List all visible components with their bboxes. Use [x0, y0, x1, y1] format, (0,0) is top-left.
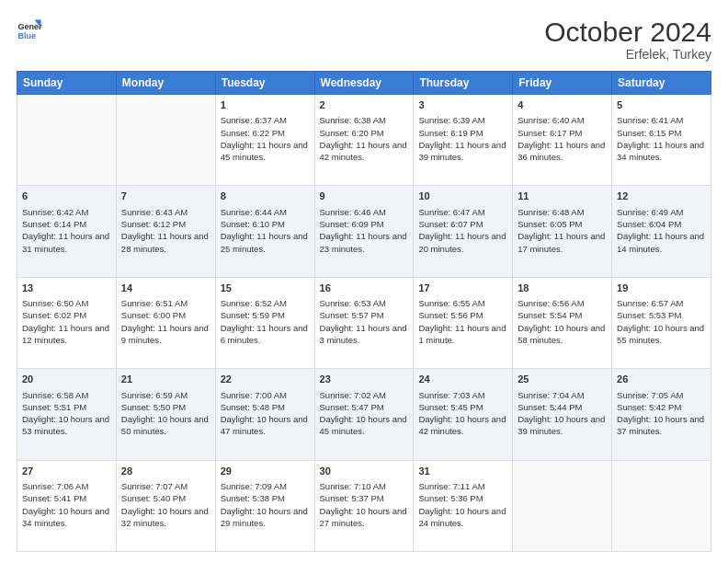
sunset-text: Sunset: 6:22 PM: [221, 128, 285, 138]
table-row: 10Sunrise: 6:47 AMSunset: 6:07 PMDayligh…: [414, 186, 513, 277]
sunset-text: Sunset: 5:40 PM: [121, 493, 186, 503]
logo-icon: General Blue: [17, 17, 42, 42]
sunrise-text: Sunrise: 6:58 AM: [22, 390, 88, 400]
daylight-text: Daylight: 10 hours and 34 minutes.: [22, 506, 109, 528]
sunset-text: Sunset: 5:47 PM: [320, 402, 384, 412]
daylight-text: Daylight: 11 hours and 1 minute.: [418, 323, 506, 345]
daylight-text: Daylight: 10 hours and 39 minutes.: [518, 414, 605, 436]
sunrise-text: Sunrise: 6:50 AM: [22, 298, 88, 308]
sunrise-text: Sunrise: 7:02 AM: [320, 390, 386, 400]
sunrise-text: Sunrise: 7:04 AM: [518, 390, 584, 400]
day-number: 29: [221, 465, 310, 478]
sunrise-text: Sunrise: 6:49 AM: [617, 207, 683, 217]
daylight-text: Daylight: 10 hours and 47 minutes.: [221, 414, 308, 436]
table-row: 16Sunrise: 6:53 AMSunset: 5:57 PMDayligh…: [314, 277, 414, 368]
table-row: 22Sunrise: 7:00 AMSunset: 5:48 PMDayligh…: [215, 369, 314, 460]
table-row: 12Sunrise: 6:49 AMSunset: 6:04 PMDayligh…: [612, 186, 711, 277]
sunrise-text: Sunrise: 7:09 AM: [221, 481, 287, 491]
sunset-text: Sunset: 5:45 PM: [418, 402, 483, 412]
table-row: 19Sunrise: 6:57 AMSunset: 5:53 PMDayligh…: [612, 277, 711, 368]
sunset-text: Sunset: 5:59 PM: [221, 310, 285, 320]
sunset-text: Sunset: 6:00 PM: [121, 310, 186, 320]
daylight-text: Daylight: 10 hours and 50 minutes.: [121, 414, 209, 436]
sunset-text: Sunset: 5:42 PM: [617, 402, 681, 412]
table-row: 17Sunrise: 6:55 AMSunset: 5:56 PMDayligh…: [414, 277, 513, 368]
day-number: 4: [518, 98, 607, 112]
sunset-text: Sunset: 5:44 PM: [518, 402, 582, 412]
daylight-text: Daylight: 10 hours and 29 minutes.: [221, 506, 308, 528]
daylight-text: Daylight: 11 hours and 28 minutes.: [121, 231, 209, 253]
svg-text:Blue: Blue: [17, 31, 36, 40]
calendar-week-row: 6Sunrise: 6:42 AMSunset: 6:14 PMDaylight…: [17, 186, 711, 277]
calendar-week-row: 20Sunrise: 6:58 AMSunset: 5:51 PMDayligh…: [17, 369, 711, 460]
title-block: October 2024 Erfelek, Turkey: [544, 17, 711, 62]
sunset-text: Sunset: 5:38 PM: [221, 493, 285, 503]
calendar-week-row: 27Sunrise: 7:06 AMSunset: 5:41 PMDayligh…: [17, 460, 711, 551]
day-number: 18: [518, 282, 607, 295]
sunrise-text: Sunrise: 7:10 AM: [320, 481, 386, 491]
table-row: 21Sunrise: 6:59 AMSunset: 5:50 PMDayligh…: [116, 369, 215, 460]
table-row: 8Sunrise: 6:44 AMSunset: 6:10 PMDaylight…: [215, 186, 314, 277]
day-number: 6: [22, 190, 111, 203]
table-row: 29Sunrise: 7:09 AMSunset: 5:38 PMDayligh…: [215, 460, 314, 551]
sunrise-text: Sunrise: 6:40 AM: [518, 115, 584, 125]
sunset-text: Sunset: 5:56 PM: [418, 310, 483, 320]
day-number: 20: [22, 373, 111, 386]
day-number: 7: [121, 190, 210, 203]
daylight-text: Daylight: 11 hours and 20 minutes.: [418, 231, 506, 253]
sunset-text: Sunset: 6:14 PM: [22, 219, 86, 229]
sunrise-text: Sunrise: 6:42 AM: [22, 207, 88, 217]
daylight-text: Daylight: 11 hours and 31 minutes.: [22, 231, 109, 253]
daylight-text: Daylight: 11 hours and 17 minutes.: [518, 231, 605, 253]
sunrise-text: Sunrise: 6:59 AM: [121, 390, 188, 400]
daylight-text: Daylight: 10 hours and 32 minutes.: [121, 506, 209, 528]
sunset-text: Sunset: 6:10 PM: [221, 219, 285, 229]
day-number: 9: [320, 190, 409, 203]
daylight-text: Daylight: 11 hours and 34 minutes.: [617, 140, 704, 162]
sunrise-text: Sunrise: 6:43 AM: [121, 207, 188, 217]
col-thursday: Thursday: [414, 72, 513, 95]
daylight-text: Daylight: 10 hours and 55 minutes.: [617, 323, 704, 345]
table-row: 25Sunrise: 7:04 AMSunset: 5:44 PMDayligh…: [513, 369, 612, 460]
day-number: 17: [418, 282, 507, 295]
table-row: 14Sunrise: 6:51 AMSunset: 6:00 PMDayligh…: [116, 277, 215, 368]
daylight-text: Daylight: 11 hours and 9 minutes.: [121, 323, 209, 345]
sunrise-text: Sunrise: 6:44 AM: [221, 207, 287, 217]
day-number: 22: [221, 373, 310, 386]
sunset-text: Sunset: 5:54 PM: [518, 310, 582, 320]
page: General Blue October 2024 Erfelek, Turke…: [0, 0, 728, 563]
sunset-text: Sunset: 5:53 PM: [617, 310, 681, 320]
sunrise-text: Sunrise: 6:47 AM: [418, 207, 484, 217]
sunset-text: Sunset: 5:51 PM: [22, 402, 86, 412]
daylight-text: Daylight: 10 hours and 37 minutes.: [617, 414, 704, 436]
col-monday: Monday: [116, 72, 215, 95]
sunset-text: Sunset: 5:36 PM: [418, 493, 483, 503]
day-number: 14: [121, 282, 210, 295]
day-number: 31: [418, 465, 507, 478]
sunrise-text: Sunrise: 6:55 AM: [418, 298, 484, 308]
table-row: [513, 460, 612, 551]
sunset-text: Sunset: 6:02 PM: [22, 310, 86, 320]
day-number: 5: [617, 98, 706, 112]
table-row: [612, 460, 711, 551]
daylight-text: Daylight: 11 hours and 12 minutes.: [22, 323, 109, 345]
table-row: 24Sunrise: 7:03 AMSunset: 5:45 PMDayligh…: [414, 369, 513, 460]
daylight-text: Daylight: 10 hours and 53 minutes.: [22, 414, 109, 436]
sunrise-text: Sunrise: 6:57 AM: [617, 298, 683, 308]
day-number: 11: [518, 190, 607, 203]
day-number: 28: [121, 465, 210, 478]
sunrise-text: Sunrise: 6:52 AM: [221, 298, 287, 308]
sunset-text: Sunset: 6:20 PM: [320, 128, 384, 138]
table-row: 3Sunrise: 6:39 AMSunset: 6:19 PMDaylight…: [414, 95, 513, 186]
table-row: 26Sunrise: 7:05 AMSunset: 5:42 PMDayligh…: [612, 369, 711, 460]
table-row: [17, 95, 117, 186]
table-row: 4Sunrise: 6:40 AMSunset: 6:17 PMDaylight…: [513, 95, 612, 186]
table-row: 7Sunrise: 6:43 AMSunset: 6:12 PMDaylight…: [116, 186, 215, 277]
month-year: October 2024: [544, 17, 711, 47]
daylight-text: Daylight: 10 hours and 27 minutes.: [320, 506, 407, 528]
day-number: 16: [320, 282, 409, 295]
day-number: 2: [320, 98, 409, 112]
day-number: 27: [22, 465, 111, 478]
sunrise-text: Sunrise: 6:37 AM: [221, 115, 287, 125]
day-number: 8: [221, 190, 310, 203]
